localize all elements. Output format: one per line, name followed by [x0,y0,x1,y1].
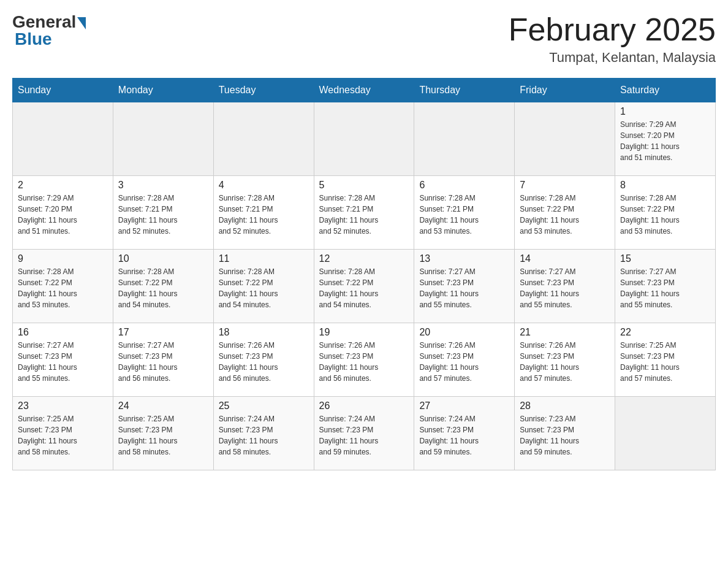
day-number: 24 [118,400,208,412]
calendar-cell: 28Sunrise: 7:23 AM Sunset: 7:23 PM Dayli… [515,397,615,470]
day-number: 8 [620,180,710,191]
calendar-cell: 20Sunrise: 7:26 AM Sunset: 7:23 PM Dayli… [414,323,515,397]
calendar-week-row: 1Sunrise: 7:29 AM Sunset: 7:20 PM Daylig… [13,102,716,176]
day-info: Sunrise: 7:27 AM Sunset: 7:23 PM Dayligh… [620,266,710,310]
calendar-cell [615,397,716,470]
day-number: 6 [419,180,509,191]
weekday-header-row: SundayMondayTuesdayWednesdayThursdayFrid… [13,79,716,102]
day-number: 16 [18,327,108,338]
calendar-cell: 9Sunrise: 7:28 AM Sunset: 7:22 PM Daylig… [13,250,113,323]
calendar-cell [414,102,515,176]
day-info: Sunrise: 7:28 AM Sunset: 7:22 PM Dayligh… [219,266,309,310]
day-number: 14 [520,253,610,264]
calendar-header: SundayMondayTuesdayWednesdayThursdayFrid… [13,79,716,102]
location-subtitle: Tumpat, Kelantan, Malaysia [509,50,716,66]
day-number: 26 [319,400,409,412]
calendar-cell: 7Sunrise: 7:28 AM Sunset: 7:22 PM Daylig… [515,176,615,250]
logo-arrow-icon [77,17,86,29]
day-info: Sunrise: 7:25 AM Sunset: 7:23 PM Dayligh… [118,413,208,458]
calendar-cell: 13Sunrise: 7:27 AM Sunset: 7:23 PM Dayli… [414,250,515,323]
title-section: February 2025 Tumpat, Kelantan, Malaysia [509,12,716,66]
weekday-header-friday: Friday [515,79,615,102]
weekday-header-tuesday: Tuesday [213,79,314,102]
calendar-cell: 11Sunrise: 7:28 AM Sunset: 7:22 PM Dayli… [213,250,314,323]
day-number: 17 [118,327,208,338]
day-number: 23 [18,400,108,412]
calendar-cell: 14Sunrise: 7:27 AM Sunset: 7:23 PM Dayli… [515,250,615,323]
calendar-table: SundayMondayTuesdayWednesdayThursdayFrid… [12,78,716,470]
day-number: 21 [520,327,610,338]
calendar-cell: 21Sunrise: 7:26 AM Sunset: 7:23 PM Dayli… [515,323,615,397]
day-number: 1 [620,106,710,117]
day-info: Sunrise: 7:27 AM Sunset: 7:23 PM Dayligh… [118,340,208,384]
day-info: Sunrise: 7:26 AM Sunset: 7:23 PM Dayligh… [520,340,610,384]
calendar-cell: 17Sunrise: 7:27 AM Sunset: 7:23 PM Dayli… [113,323,213,397]
day-number: 13 [419,253,509,264]
calendar-cell [314,102,414,176]
weekday-header-saturday: Saturday [615,79,716,102]
calendar-cell [113,102,213,176]
calendar-cell: 25Sunrise: 7:24 AM Sunset: 7:23 PM Dayli… [213,397,314,470]
day-info: Sunrise: 7:28 AM Sunset: 7:22 PM Dayligh… [319,266,409,310]
calendar-week-row: 2Sunrise: 7:29 AM Sunset: 7:20 PM Daylig… [13,176,716,250]
day-number: 28 [520,400,610,412]
day-number: 25 [219,400,309,412]
day-info: Sunrise: 7:28 AM Sunset: 7:21 PM Dayligh… [319,193,409,237]
page-header: General Blue February 2025 Tumpat, Kelan… [12,12,716,66]
calendar-cell [515,102,615,176]
day-info: Sunrise: 7:29 AM Sunset: 7:20 PM Dayligh… [620,119,710,163]
calendar-cell: 16Sunrise: 7:27 AM Sunset: 7:23 PM Dayli… [13,323,113,397]
day-number: 27 [419,400,509,412]
day-info: Sunrise: 7:26 AM Sunset: 7:23 PM Dayligh… [419,340,509,384]
calendar-week-row: 16Sunrise: 7:27 AM Sunset: 7:23 PM Dayli… [13,323,716,397]
day-info: Sunrise: 7:28 AM Sunset: 7:22 PM Dayligh… [18,266,108,310]
day-number: 5 [319,180,409,191]
calendar-cell: 6Sunrise: 7:28 AM Sunset: 7:21 PM Daylig… [414,176,515,250]
logo-blue-text: Blue [15,29,52,49]
weekday-header-monday: Monday [113,79,213,102]
day-info: Sunrise: 7:25 AM Sunset: 7:23 PM Dayligh… [620,340,710,384]
day-number: 3 [118,180,208,191]
day-info: Sunrise: 7:27 AM Sunset: 7:23 PM Dayligh… [18,340,108,384]
calendar-cell: 4Sunrise: 7:28 AM Sunset: 7:21 PM Daylig… [213,176,314,250]
day-info: Sunrise: 7:24 AM Sunset: 7:23 PM Dayligh… [319,413,409,458]
calendar-cell: 1Sunrise: 7:29 AM Sunset: 7:20 PM Daylig… [615,102,716,176]
calendar-cell [13,102,113,176]
calendar-cell: 26Sunrise: 7:24 AM Sunset: 7:23 PM Dayli… [314,397,414,470]
calendar-cell: 10Sunrise: 7:28 AM Sunset: 7:22 PM Dayli… [113,250,213,323]
calendar-week-row: 23Sunrise: 7:25 AM Sunset: 7:23 PM Dayli… [13,397,716,470]
day-info: Sunrise: 7:28 AM Sunset: 7:22 PM Dayligh… [118,266,208,310]
calendar-cell: 15Sunrise: 7:27 AM Sunset: 7:23 PM Dayli… [615,250,716,323]
day-number: 22 [620,327,710,338]
day-number: 9 [18,253,108,264]
calendar-cell: 3Sunrise: 7:28 AM Sunset: 7:21 PM Daylig… [113,176,213,250]
day-info: Sunrise: 7:28 AM Sunset: 7:21 PM Dayligh… [419,193,509,237]
day-number: 11 [219,253,309,264]
day-info: Sunrise: 7:27 AM Sunset: 7:23 PM Dayligh… [419,266,509,310]
day-number: 4 [219,180,309,191]
month-title: February 2025 [509,12,716,47]
calendar-cell: 27Sunrise: 7:24 AM Sunset: 7:23 PM Dayli… [414,397,515,470]
calendar-cell: 24Sunrise: 7:25 AM Sunset: 7:23 PM Dayli… [113,397,213,470]
day-info: Sunrise: 7:24 AM Sunset: 7:23 PM Dayligh… [219,413,309,458]
day-info: Sunrise: 7:28 AM Sunset: 7:22 PM Dayligh… [620,193,710,237]
day-number: 18 [219,327,309,338]
day-info: Sunrise: 7:26 AM Sunset: 7:23 PM Dayligh… [219,340,309,384]
day-info: Sunrise: 7:26 AM Sunset: 7:23 PM Dayligh… [319,340,409,384]
day-info: Sunrise: 7:24 AM Sunset: 7:23 PM Dayligh… [419,413,509,458]
day-info: Sunrise: 7:28 AM Sunset: 7:22 PM Dayligh… [520,193,610,237]
calendar-week-row: 9Sunrise: 7:28 AM Sunset: 7:22 PM Daylig… [13,250,716,323]
day-number: 2 [18,180,108,191]
calendar-cell: 22Sunrise: 7:25 AM Sunset: 7:23 PM Dayli… [615,323,716,397]
logo: General Blue [12,12,86,49]
calendar-cell: 18Sunrise: 7:26 AM Sunset: 7:23 PM Dayli… [213,323,314,397]
day-number: 12 [319,253,409,264]
day-number: 15 [620,253,710,264]
calendar-cell: 19Sunrise: 7:26 AM Sunset: 7:23 PM Dayli… [314,323,414,397]
calendar-cell: 8Sunrise: 7:28 AM Sunset: 7:22 PM Daylig… [615,176,716,250]
day-number: 19 [319,327,409,338]
calendar-cell: 2Sunrise: 7:29 AM Sunset: 7:20 PM Daylig… [13,176,113,250]
calendar-cell: 23Sunrise: 7:25 AM Sunset: 7:23 PM Dayli… [13,397,113,470]
day-info: Sunrise: 7:27 AM Sunset: 7:23 PM Dayligh… [520,266,610,310]
calendar-cell [213,102,314,176]
